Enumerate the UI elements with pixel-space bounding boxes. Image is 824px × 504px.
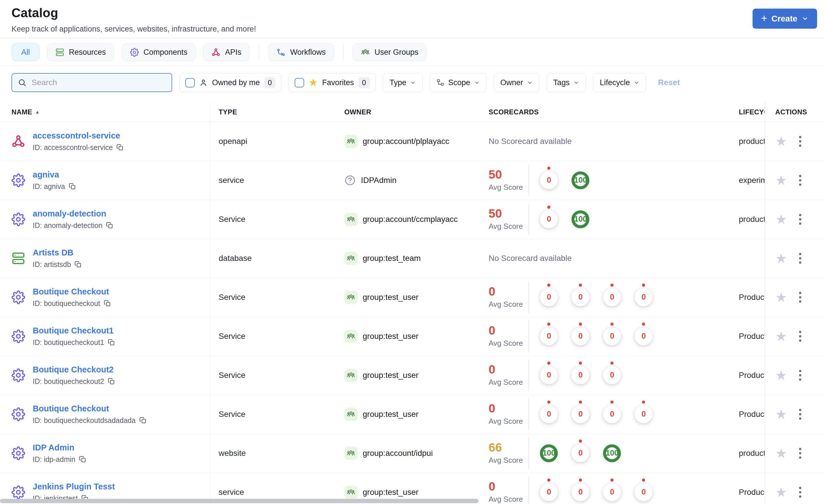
- favorite-star-button[interactable]: ★: [775, 486, 787, 499]
- scorecard-gauge[interactable]: 0: [572, 288, 589, 306]
- search-input[interactable]: [31, 78, 166, 88]
- entity-name-link[interactable]: Boutique Checkout2: [33, 365, 115, 374]
- scorecard-gauge[interactable]: 0: [603, 483, 621, 501]
- owned-by-me-checkbox[interactable]: [185, 78, 195, 88]
- scorecards-cell: 50Avg Score0100: [489, 204, 739, 235]
- favorite-star-button[interactable]: ★: [775, 330, 787, 343]
- scorecard-gauge[interactable]: 0: [540, 483, 558, 501]
- favorite-star-button[interactable]: ★: [775, 135, 787, 148]
- entity-name-link[interactable]: Boutique Checkout1: [33, 326, 115, 336]
- scorecard-gauge[interactable]: 0: [572, 405, 589, 423]
- tab-label: User Groups: [375, 48, 418, 57]
- copy-id-button[interactable]: [139, 416, 146, 424]
- row-menu-button[interactable]: [797, 173, 803, 187]
- tab-user-groups[interactable]: User Groups: [352, 43, 427, 61]
- owner-dropdown[interactable]: Owner: [494, 73, 540, 92]
- entity-name-link[interactable]: Boutique Checkout: [33, 404, 146, 413]
- copy-id-button[interactable]: [74, 261, 82, 268]
- copy-id-button[interactable]: [79, 456, 86, 463]
- entity-name-link[interactable]: agniva: [33, 170, 76, 179]
- scorecard-gauge[interactable]: 0: [572, 483, 589, 501]
- entity: anomaly-detectionID: anomaly-detection: [11, 209, 113, 230]
- favorite-star-button[interactable]: ★: [775, 369, 787, 382]
- tab-apis[interactable]: APIs: [203, 43, 249, 61]
- scorecard-gauge[interactable]: 0: [635, 483, 652, 501]
- entity-name-link[interactable]: anomaly-detection: [33, 209, 113, 219]
- scorecard-gauge[interactable]: 0: [572, 445, 589, 462]
- type-cell: Service: [219, 332, 344, 341]
- scorecard-gauge[interactable]: 0: [540, 328, 558, 345]
- favorite-star-button[interactable]: ★: [775, 408, 787, 421]
- scorecard-gauge[interactable]: 100: [540, 445, 558, 462]
- row-menu-button[interactable]: [797, 212, 803, 227]
- scorecard-gauge[interactable]: 0: [603, 405, 621, 423]
- tab-resources[interactable]: Resources: [47, 43, 114, 61]
- scorecard-gauge[interactable]: 0: [540, 366, 558, 384]
- scorecard-gauge[interactable]: 0: [540, 211, 558, 228]
- entity-name-link[interactable]: Boutique Checkout: [33, 287, 111, 296]
- row-menu-button[interactable]: [797, 134, 803, 148]
- scorecard-gauge[interactable]: 100: [572, 171, 589, 189]
- scorecard-gauge[interactable]: 0: [635, 328, 652, 345]
- entity-name-link[interactable]: Jenkins Plugin Tesst: [33, 482, 115, 491]
- owner-cell: group:account/plplayacc: [344, 135, 489, 148]
- favorite-star-button[interactable]: ★: [775, 291, 787, 304]
- row-menu-button[interactable]: [797, 446, 803, 461]
- tab-components[interactable]: Components: [122, 43, 196, 61]
- column-header-name[interactable]: NAME ▲: [0, 102, 210, 122]
- entity-name-link[interactable]: accesscontrol-service: [33, 131, 124, 140]
- row-menu-button[interactable]: [797, 368, 803, 382]
- actions-cell: ★: [764, 434, 824, 473]
- copy-id-button[interactable]: [106, 222, 113, 229]
- scorecard-gauge[interactable]: 0: [572, 328, 589, 345]
- lifecycle-dropdown[interactable]: Lifecycle: [593, 73, 646, 92]
- scorecard-gauge[interactable]: 0: [603, 288, 621, 306]
- copy-id-button[interactable]: [104, 299, 111, 307]
- entity-name-link[interactable]: IDP Admin: [33, 443, 86, 453]
- reset-filters-button[interactable]: Reset: [658, 78, 680, 87]
- owned-by-me-filter[interactable]: Owned by me 0: [179, 73, 282, 92]
- favorite-star-button[interactable]: ★: [775, 252, 787, 265]
- row-menu-button[interactable]: [797, 251, 803, 265]
- scorecard-gauge[interactable]: 0: [603, 328, 621, 345]
- users-icon: [346, 410, 355, 418]
- scorecard-gauge[interactable]: 100: [603, 445, 621, 462]
- copy-id-button[interactable]: [108, 378, 115, 385]
- copy-id-button[interactable]: [69, 182, 76, 190]
- scorecard-gauge[interactable]: 0: [540, 288, 558, 306]
- scorecard-gauge[interactable]: 0: [635, 405, 652, 423]
- scorecard-gauge[interactable]: 0: [603, 366, 621, 384]
- scorecard-gauge[interactable]: 0: [572, 366, 589, 384]
- horizontal-scrollbar[interactable]: [0, 499, 479, 503]
- type-dropdown[interactable]: Type: [383, 73, 423, 92]
- entity-name-link[interactable]: Artists DB: [33, 248, 82, 257]
- entity-id-text: ID: boutiquecheckoutdsadadada: [33, 416, 136, 424]
- tab-workflows[interactable]: Workflows: [268, 43, 334, 61]
- scope-dropdown[interactable]: Scope: [430, 73, 487, 92]
- scorecard-gauge[interactable]: 0: [540, 405, 558, 423]
- avg-score-label: Avg Score: [489, 339, 523, 348]
- row-menu-button[interactable]: [797, 290, 803, 304]
- favorite-star-button[interactable]: ★: [775, 213, 787, 226]
- row-menu-button[interactable]: [797, 407, 803, 421]
- owner-label: group:test_user: [363, 332, 419, 341]
- row-menu-button[interactable]: [797, 329, 803, 344]
- favorite-star-button[interactable]: ★: [775, 447, 787, 460]
- search-box[interactable]: [11, 73, 172, 92]
- scorecard-gauge[interactable]: 0: [540, 171, 558, 189]
- scorecard-gauge[interactable]: 100: [572, 211, 589, 228]
- create-button[interactable]: + Create: [752, 9, 817, 29]
- row-menu-button[interactable]: [797, 485, 803, 499]
- favorites-filter[interactable]: ★ Favorites 0: [289, 73, 376, 92]
- tab-all[interactable]: All: [11, 43, 39, 61]
- scorecards-cell: 0Avg Score0000: [489, 281, 739, 313]
- api-icon: [11, 134, 25, 148]
- copy-id-button[interactable]: [108, 339, 115, 346]
- copy-icon: [116, 144, 124, 151]
- scorecard-gauge[interactable]: 0: [635, 288, 652, 306]
- favorite-star-button[interactable]: ★: [775, 174, 787, 187]
- entity-text: Boutique CheckoutID: boutiquecheckout: [33, 287, 111, 307]
- copy-id-button[interactable]: [116, 144, 124, 151]
- favorites-checkbox[interactable]: [295, 78, 304, 88]
- tags-dropdown[interactable]: Tags: [546, 73, 586, 92]
